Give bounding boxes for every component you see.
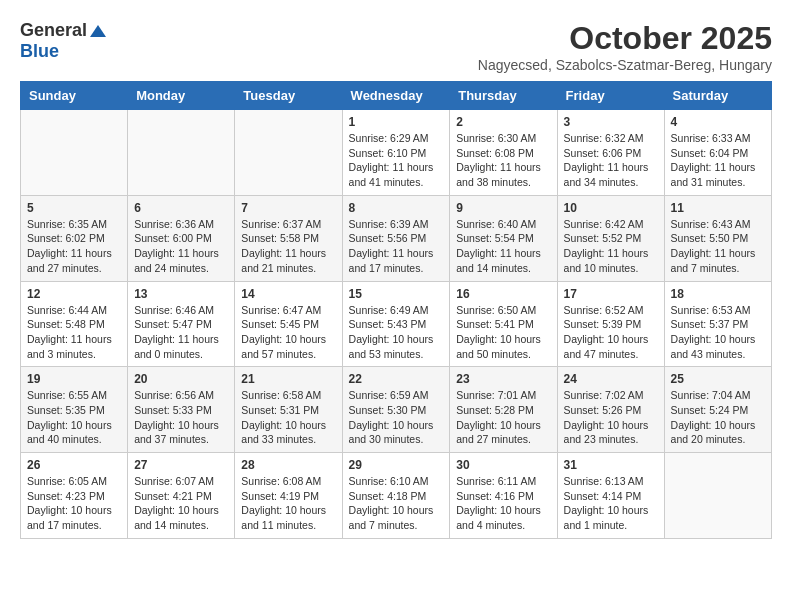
day-number: 20	[134, 372, 228, 386]
calendar-table: SundayMondayTuesdayWednesdayThursdayFrid…	[20, 81, 772, 539]
calendar-cell: 22Sunrise: 6:59 AM Sunset: 5:30 PM Dayli…	[342, 367, 450, 453]
day-number: 3	[564, 115, 658, 129]
calendar-cell: 20Sunrise: 6:56 AM Sunset: 5:33 PM Dayli…	[128, 367, 235, 453]
calendar-cell: 13Sunrise: 6:46 AM Sunset: 5:47 PM Dayli…	[128, 281, 235, 367]
location-text: Nagyecsed, Szabolcs-Szatmar-Bereg, Hunga…	[478, 57, 772, 73]
calendar-cell: 5Sunrise: 6:35 AM Sunset: 6:02 PM Daylig…	[21, 195, 128, 281]
day-info: Sunrise: 6:32 AM Sunset: 6:06 PM Dayligh…	[564, 131, 658, 190]
calendar-cell: 25Sunrise: 7:04 AM Sunset: 5:24 PM Dayli…	[664, 367, 771, 453]
day-number: 24	[564, 372, 658, 386]
day-info: Sunrise: 6:56 AM Sunset: 5:33 PM Dayligh…	[134, 388, 228, 447]
day-info: Sunrise: 6:30 AM Sunset: 6:08 PM Dayligh…	[456, 131, 550, 190]
day-number: 10	[564, 201, 658, 215]
day-info: Sunrise: 6:39 AM Sunset: 5:56 PM Dayligh…	[349, 217, 444, 276]
calendar-cell: 28Sunrise: 6:08 AM Sunset: 4:19 PM Dayli…	[235, 453, 342, 539]
day-number: 23	[456, 372, 550, 386]
calendar-cell: 18Sunrise: 6:53 AM Sunset: 5:37 PM Dayli…	[664, 281, 771, 367]
day-info: Sunrise: 6:36 AM Sunset: 6:00 PM Dayligh…	[134, 217, 228, 276]
week-row-1: 1Sunrise: 6:29 AM Sunset: 6:10 PM Daylig…	[21, 110, 772, 196]
day-number: 28	[241, 458, 335, 472]
day-info: Sunrise: 6:07 AM Sunset: 4:21 PM Dayligh…	[134, 474, 228, 533]
day-info: Sunrise: 6:44 AM Sunset: 5:48 PM Dayligh…	[27, 303, 121, 362]
calendar-cell: 17Sunrise: 6:52 AM Sunset: 5:39 PM Dayli…	[557, 281, 664, 367]
day-info: Sunrise: 6:05 AM Sunset: 4:23 PM Dayligh…	[27, 474, 121, 533]
day-number: 27	[134, 458, 228, 472]
page-header: General Blue October 2025 Nagyecsed, Sza…	[20, 20, 772, 73]
day-number: 29	[349, 458, 444, 472]
day-info: Sunrise: 6:50 AM Sunset: 5:41 PM Dayligh…	[456, 303, 550, 362]
calendar-cell: 31Sunrise: 6:13 AM Sunset: 4:14 PM Dayli…	[557, 453, 664, 539]
day-info: Sunrise: 6:55 AM Sunset: 5:35 PM Dayligh…	[27, 388, 121, 447]
day-info: Sunrise: 7:02 AM Sunset: 5:26 PM Dayligh…	[564, 388, 658, 447]
header-thursday: Thursday	[450, 82, 557, 110]
day-info: Sunrise: 6:59 AM Sunset: 5:30 PM Dayligh…	[349, 388, 444, 447]
calendar-cell: 30Sunrise: 6:11 AM Sunset: 4:16 PM Dayli…	[450, 453, 557, 539]
calendar-cell: 16Sunrise: 6:50 AM Sunset: 5:41 PM Dayli…	[450, 281, 557, 367]
day-number: 13	[134, 287, 228, 301]
day-info: Sunrise: 6:53 AM Sunset: 5:37 PM Dayligh…	[671, 303, 765, 362]
day-number: 15	[349, 287, 444, 301]
week-row-3: 12Sunrise: 6:44 AM Sunset: 5:48 PM Dayli…	[21, 281, 772, 367]
day-number: 1	[349, 115, 444, 129]
calendar-cell: 2Sunrise: 6:30 AM Sunset: 6:08 PM Daylig…	[450, 110, 557, 196]
calendar-cell	[235, 110, 342, 196]
calendar-cell	[664, 453, 771, 539]
logo: General Blue	[20, 20, 107, 62]
day-number: 4	[671, 115, 765, 129]
day-info: Sunrise: 6:33 AM Sunset: 6:04 PM Dayligh…	[671, 131, 765, 190]
title-block: October 2025 Nagyecsed, Szabolcs-Szatmar…	[478, 20, 772, 73]
calendar-cell: 11Sunrise: 6:43 AM Sunset: 5:50 PM Dayli…	[664, 195, 771, 281]
day-number: 9	[456, 201, 550, 215]
day-info: Sunrise: 7:01 AM Sunset: 5:28 PM Dayligh…	[456, 388, 550, 447]
header-wednesday: Wednesday	[342, 82, 450, 110]
calendar-cell: 26Sunrise: 6:05 AM Sunset: 4:23 PM Dayli…	[21, 453, 128, 539]
calendar-cell: 24Sunrise: 7:02 AM Sunset: 5:26 PM Dayli…	[557, 367, 664, 453]
day-info: Sunrise: 6:46 AM Sunset: 5:47 PM Dayligh…	[134, 303, 228, 362]
day-info: Sunrise: 6:10 AM Sunset: 4:18 PM Dayligh…	[349, 474, 444, 533]
calendar-cell: 8Sunrise: 6:39 AM Sunset: 5:56 PM Daylig…	[342, 195, 450, 281]
day-number: 25	[671, 372, 765, 386]
calendar-cell: 3Sunrise: 6:32 AM Sunset: 6:06 PM Daylig…	[557, 110, 664, 196]
day-number: 16	[456, 287, 550, 301]
logo-blue-text: Blue	[20, 41, 59, 62]
day-info: Sunrise: 6:13 AM Sunset: 4:14 PM Dayligh…	[564, 474, 658, 533]
day-info: Sunrise: 6:40 AM Sunset: 5:54 PM Dayligh…	[456, 217, 550, 276]
day-info: Sunrise: 6:42 AM Sunset: 5:52 PM Dayligh…	[564, 217, 658, 276]
day-info: Sunrise: 6:29 AM Sunset: 6:10 PM Dayligh…	[349, 131, 444, 190]
calendar-cell: 10Sunrise: 6:42 AM Sunset: 5:52 PM Dayli…	[557, 195, 664, 281]
calendar-cell: 6Sunrise: 6:36 AM Sunset: 6:00 PM Daylig…	[128, 195, 235, 281]
day-info: Sunrise: 6:47 AM Sunset: 5:45 PM Dayligh…	[241, 303, 335, 362]
day-number: 2	[456, 115, 550, 129]
calendar-cell: 14Sunrise: 6:47 AM Sunset: 5:45 PM Dayli…	[235, 281, 342, 367]
logo-icon	[89, 23, 107, 41]
day-info: Sunrise: 6:35 AM Sunset: 6:02 PM Dayligh…	[27, 217, 121, 276]
header-saturday: Saturday	[664, 82, 771, 110]
logo-general-text: General	[20, 20, 87, 41]
day-number: 22	[349, 372, 444, 386]
day-info: Sunrise: 6:37 AM Sunset: 5:58 PM Dayligh…	[241, 217, 335, 276]
calendar-cell: 27Sunrise: 6:07 AM Sunset: 4:21 PM Dayli…	[128, 453, 235, 539]
header-sunday: Sunday	[21, 82, 128, 110]
day-number: 7	[241, 201, 335, 215]
day-number: 11	[671, 201, 765, 215]
day-info: Sunrise: 6:52 AM Sunset: 5:39 PM Dayligh…	[564, 303, 658, 362]
calendar-cell: 12Sunrise: 6:44 AM Sunset: 5:48 PM Dayli…	[21, 281, 128, 367]
month-title: October 2025	[478, 20, 772, 57]
calendar-cell	[128, 110, 235, 196]
day-number: 12	[27, 287, 121, 301]
calendar-cell: 4Sunrise: 6:33 AM Sunset: 6:04 PM Daylig…	[664, 110, 771, 196]
day-number: 19	[27, 372, 121, 386]
day-number: 5	[27, 201, 121, 215]
svg-marker-0	[90, 25, 106, 37]
calendar-header-row: SundayMondayTuesdayWednesdayThursdayFrid…	[21, 82, 772, 110]
calendar-cell: 21Sunrise: 6:58 AM Sunset: 5:31 PM Dayli…	[235, 367, 342, 453]
day-number: 6	[134, 201, 228, 215]
day-number: 18	[671, 287, 765, 301]
header-tuesday: Tuesday	[235, 82, 342, 110]
header-monday: Monday	[128, 82, 235, 110]
day-number: 31	[564, 458, 658, 472]
header-friday: Friday	[557, 82, 664, 110]
calendar-cell: 23Sunrise: 7:01 AM Sunset: 5:28 PM Dayli…	[450, 367, 557, 453]
week-row-5: 26Sunrise: 6:05 AM Sunset: 4:23 PM Dayli…	[21, 453, 772, 539]
week-row-2: 5Sunrise: 6:35 AM Sunset: 6:02 PM Daylig…	[21, 195, 772, 281]
